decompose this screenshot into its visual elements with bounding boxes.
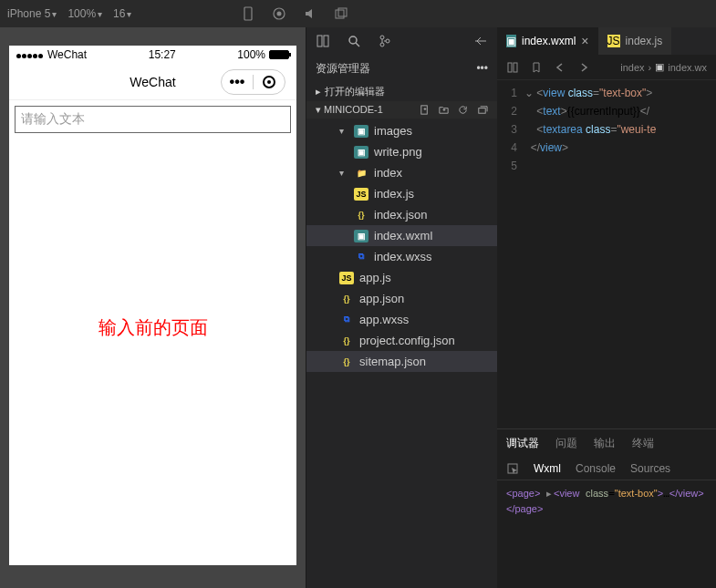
wxml-inspector[interactable]: <page> ▸<view class="text-box">…</view> … [497,480,716,588]
svg-rect-0 [244,7,252,20]
file-app-wxss[interactable]: ⧉app.wxss [306,309,497,330]
nav-back-icon[interactable] [554,61,566,74]
open-editors-section[interactable]: ▸打开的编辑器 [306,82,497,101]
mute-icon[interactable] [303,6,317,21]
svg-rect-6 [324,36,328,46]
window-icon[interactable] [334,6,348,21]
simulator-pane: WeChat 15:27 100% WeChat ••• 请输入文本 输入前的页… [0,27,306,588]
device-select[interactable]: iPhone 5 [7,7,57,20]
editor-pane: ▣index.wxml× JSindex.js index›▣ index.wx… [497,27,716,588]
explorer-title: 资源管理器 [316,61,370,77]
explorer-icon[interactable] [316,34,330,48]
file-index-json[interactable]: {}index.json [306,204,497,225]
svg-point-7 [349,36,357,44]
file-sitemap[interactable]: {}sitemap.json [306,351,497,372]
explorer-header: 资源管理器 ••• [306,55,497,82]
battery-pct: 100% [237,48,265,61]
capsule-menu-button[interactable]: ••• [222,70,253,94]
svg-point-10 [380,43,384,46]
debugger-subtabs: Wxml Console Sources [497,457,716,480]
svg-point-2 [277,12,282,16]
svg-rect-3 [336,10,344,18]
line-gutter: 12345 [497,80,524,428]
file-index-wxss[interactable]: ⧉index.wxss [306,246,497,267]
nav-forward-icon[interactable] [577,61,590,74]
tab-index-js[interactable]: JSindex.js [598,27,672,55]
file-tree: ▾▣images ▣write.png ▾📁index JSindex.js {… [306,119,497,374]
file-write-png[interactable]: ▣write.png [306,141,497,162]
file-app-js[interactable]: JSapp.js [306,267,497,288]
text-input[interactable]: 请输入文本 [15,106,291,133]
svg-point-11 [386,39,389,43]
device-icon[interactable] [241,6,255,21]
subtab-wxml[interactable]: Wxml [534,462,561,475]
inspect-icon[interactable] [506,462,519,475]
bottom-panel: 调试器 问题 输出 终端 Wxml Console Sources <page>… [497,428,716,588]
subtab-sources[interactable]: Sources [630,462,670,475]
activity-bar [306,27,497,55]
phone-frame: WeChat 15:27 100% WeChat ••• 请输入文本 输入前的页… [9,46,296,565]
tab-index-wxml[interactable]: ▣index.wxml× [497,27,598,55]
svg-rect-4 [338,8,347,16]
device-toolbar: iPhone 5 100% 16 [0,0,716,27]
nav-title: WeChat [130,75,175,89]
record-icon[interactable] [272,6,286,21]
collapse-icon[interactable] [473,34,488,48]
bookmark-icon[interactable] [530,61,543,74]
capsule-close-button[interactable] [254,70,285,94]
tab-output[interactable]: 输出 [594,436,616,451]
frame-select[interactable]: 16 [113,7,131,20]
editor-tabs: ▣index.wxml× JSindex.js [497,27,716,55]
new-file-icon[interactable] [419,104,431,116]
file-app-json[interactable]: {}app.json [306,288,497,309]
tab-problems[interactable]: 问题 [555,436,577,451]
capsule: ••• [221,69,285,95]
folder-index[interactable]: ▾📁index [306,162,497,183]
status-bar: WeChat 15:27 100% [9,46,296,64]
carrier-label: WeChat [47,48,87,61]
battery-icon [269,50,289,59]
refresh-icon[interactable] [457,104,469,116]
clock-label: 15:27 [149,48,176,61]
signal-icon [16,48,44,61]
explorer-pane: 资源管理器 ••• ▸打开的编辑器 ▾ MINICODE-1 ▾▣images … [306,27,497,588]
breadcrumb[interactable]: index›▣ index.wx [620,61,707,73]
file-index-wxml[interactable]: ▣index.wxml [306,225,497,246]
tab-terminal[interactable]: 终端 [632,436,654,451]
collapse-all-icon[interactable] [476,104,488,116]
code-editor[interactable]: 12345 ⌄ <view class="text-box"> <text>{{… [497,80,716,428]
close-icon[interactable]: × [581,34,588,48]
file-index-js[interactable]: JSindex.js [306,183,497,204]
svg-rect-14 [508,63,512,72]
caption-overlay: 输入前的页面 [9,315,296,340]
tab-debugger[interactable]: 调试器 [506,436,539,451]
svg-line-8 [356,43,359,46]
compare-icon[interactable] [506,61,519,74]
nav-bar: WeChat ••• [9,64,296,100]
project-section[interactable]: ▾ MINICODE-1 [306,101,497,119]
svg-rect-15 [514,63,517,72]
svg-point-9 [380,36,384,39]
git-icon[interactable] [378,34,392,48]
subtab-console[interactable]: Console [576,462,616,475]
explorer-more-icon[interactable]: ••• [476,62,488,75]
file-project-config[interactable]: {}project.config.json [306,330,497,351]
svg-rect-13 [479,108,485,114]
search-icon[interactable] [347,34,361,48]
svg-rect-12 [421,106,428,114]
code-body[interactable]: ⌄ <view class="text-box"> <text>{{curren… [524,80,716,428]
editor-toolbar: index›▣ index.wx [497,55,716,80]
new-folder-icon[interactable] [438,104,450,116]
svg-rect-5 [317,36,322,46]
zoom-select[interactable]: 100% [67,7,102,20]
panel-tabs: 调试器 问题 输出 终端 [497,429,716,457]
folder-images[interactable]: ▾▣images [306,120,497,141]
